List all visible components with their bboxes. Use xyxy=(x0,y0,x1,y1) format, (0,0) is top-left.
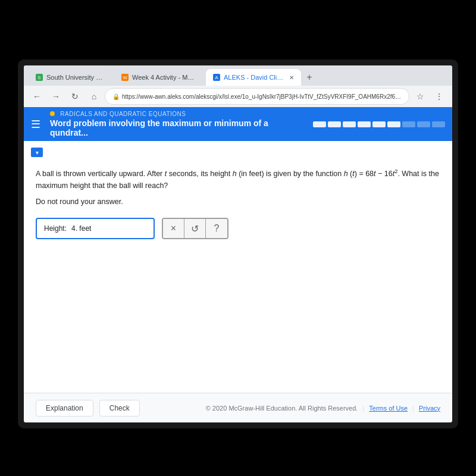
tab-favicon-3: A xyxy=(213,74,220,81)
no-round-instruction: Do not round your answer. xyxy=(36,198,440,206)
formula: h xyxy=(344,170,348,178)
formula-t: t xyxy=(352,170,354,178)
problem-text: A ball is thrown vertically upward. Afte… xyxy=(36,167,440,192)
tab-favicon-2: W xyxy=(121,74,129,81)
tab-week4[interactable]: W Week 4 Activity - MAT1001 xyxy=(114,69,205,86)
h-variable: h xyxy=(233,170,237,178)
terms-link[interactable]: Terms of Use xyxy=(369,405,408,412)
laptop-frame: S South University Campus C... W Week 4 … xyxy=(18,60,458,428)
aleks-header: ☰ RADICALS AND QUADRATIC EQUATIONS Word … xyxy=(24,107,452,141)
answer-buttons: × ↺ ? xyxy=(162,218,228,239)
bookmark-button[interactable]: ☆ xyxy=(412,88,428,105)
progress-seg-2 xyxy=(328,121,341,127)
undo-button[interactable]: ↺ xyxy=(184,218,206,239)
t-variable: t xyxy=(165,170,167,178)
expand-button[interactable] xyxy=(31,148,43,157)
progress-seg-1 xyxy=(313,121,326,127)
progress-seg-5 xyxy=(372,121,386,127)
formula-t2: t xyxy=(374,170,375,178)
home-button[interactable]: ⌂ xyxy=(86,88,102,105)
check-button[interactable]: Check xyxy=(99,400,140,416)
progress-seg-6 xyxy=(387,121,400,127)
address-bar[interactable]: 🔒 https://www-awn.aleks.com/alekscgi/x/l… xyxy=(105,88,409,105)
extensions-button[interactable]: ⋮ xyxy=(431,88,447,105)
footer-sep: | xyxy=(362,405,364,412)
back-button[interactable]: ← xyxy=(29,88,45,105)
explanation-button[interactable]: Explanation xyxy=(36,400,93,416)
tab-south-university[interactable]: S South University Campus C... xyxy=(29,69,113,86)
progress-seg-4 xyxy=(358,121,371,127)
aleks-header-content: RADICALS AND QUADRATIC EQUATIONS Word pr… xyxy=(50,111,307,137)
tab-favicon-1: S xyxy=(36,74,43,81)
forward-button[interactable]: → xyxy=(48,88,64,105)
progress-seg-9 xyxy=(432,121,445,127)
content-area: A ball is thrown vertically upward. Afte… xyxy=(24,158,452,393)
copyright-text: © 2020 McGraw-Hill Education. All Rights… xyxy=(206,405,358,412)
aleks-category: RADICALS AND QUADRATIC EQUATIONS xyxy=(50,111,307,117)
answer-label: Height: xyxy=(44,224,67,233)
privacy-link[interactable]: Privacy xyxy=(419,405,440,412)
address-text: https://www-awn.aleks.com/alekscgi/x/lsl… xyxy=(122,93,402,100)
seconds-label: seconds xyxy=(169,170,197,178)
nav-bar: ← → ↻ ⌂ 🔒 https://www-awn.aleks.com/alek… xyxy=(24,86,452,107)
footer-actions: Explanation Check xyxy=(36,400,140,416)
new-tab-button[interactable]: + xyxy=(302,70,317,84)
answer-row: Height: 4. feet × ↺ ? xyxy=(36,218,440,239)
help-button[interactable]: ? xyxy=(206,218,227,239)
tab-close-icon[interactable]: ✕ xyxy=(289,74,294,81)
progress-bar xyxy=(313,121,445,127)
footer-sep2: | xyxy=(412,405,414,412)
answer-value: 4. feet xyxy=(71,224,91,233)
browser-chrome: S South University Campus C... W Week 4 … xyxy=(24,65,452,108)
menu-icon[interactable]: ☰ xyxy=(31,118,40,131)
progress-seg-3 xyxy=(343,121,356,127)
reload-button[interactable]: ↻ xyxy=(67,88,83,105)
clear-button[interactable]: × xyxy=(163,218,184,239)
problem-title: Word problem involving the maximum or mi… xyxy=(50,118,307,137)
footer: Explanation Check © 2020 McGraw-Hill Edu… xyxy=(24,393,452,422)
category-dot xyxy=(50,111,55,116)
footer-copyright: © 2020 McGraw-Hill Education. All Rights… xyxy=(206,405,440,412)
progress-seg-7 xyxy=(402,121,415,127)
tab-bar: S South University Campus C... W Week 4 … xyxy=(24,65,452,86)
tab-aleks[interactable]: A ALEKS - David Clingain ✕ xyxy=(206,69,301,86)
screen: S South University Campus C... W Week 4 … xyxy=(24,65,452,422)
progress-seg-8 xyxy=(417,121,430,127)
answer-input-box[interactable]: Height: 4. feet xyxy=(36,218,155,239)
